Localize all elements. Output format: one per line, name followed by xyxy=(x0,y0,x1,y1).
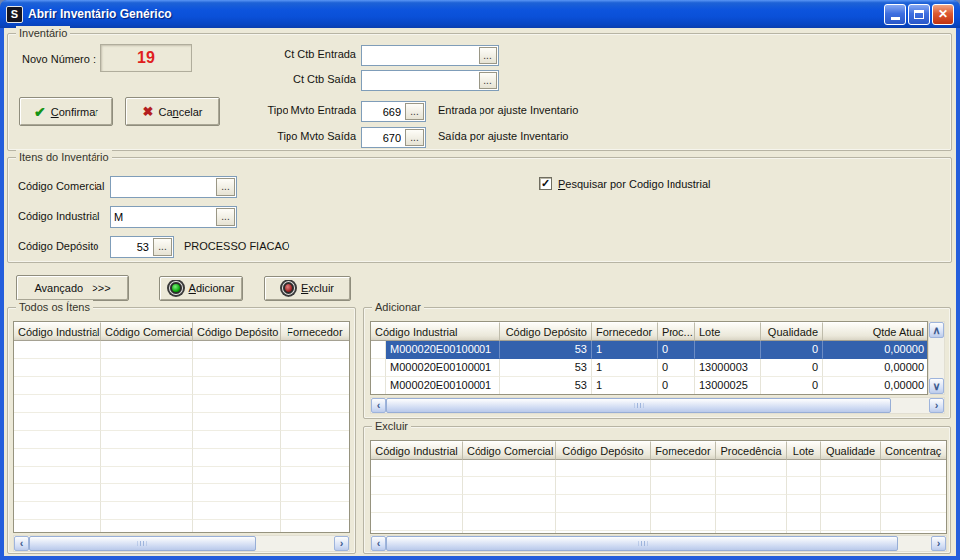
novo-numero-label: Novo Número : xyxy=(22,53,96,65)
table-cell[interactable]: 13000003 xyxy=(695,359,761,377)
codigo-comercial-input[interactable] xyxy=(111,177,215,197)
codigo-industrial-lookup-button[interactable]: ... xyxy=(216,208,235,226)
table-row xyxy=(14,502,349,520)
tipo-mvto-entrada-input[interactable] xyxy=(362,102,404,121)
column-header[interactable]: Concentraç xyxy=(881,441,947,460)
codigo-deposito-input[interactable] xyxy=(111,237,152,257)
check-icon: ✓ xyxy=(541,178,550,189)
codigo-industrial-input[interactable] xyxy=(111,207,215,227)
column-header[interactable]: Código Depósito xyxy=(500,322,592,341)
pesquisar-checkbox[interactable]: ✓ Pesquisar por Codigo Industrial xyxy=(539,177,710,190)
table-cell[interactable]: 13000025 xyxy=(695,377,761,395)
table-cell[interactable]: 53 xyxy=(500,377,592,395)
table-cell xyxy=(651,495,716,513)
column-header[interactable]: Código Industrial xyxy=(371,322,500,341)
scroll-left-arrow[interactable]: ‹ xyxy=(371,536,386,551)
column-header[interactable]: Qualidade xyxy=(821,441,881,460)
adicionar-button[interactable]: Adicionar xyxy=(159,276,243,301)
column-header[interactable]: Qtde Atual xyxy=(823,322,928,341)
scroll-thumb[interactable] xyxy=(386,536,898,551)
table-cell xyxy=(787,477,821,495)
scroll-track xyxy=(256,536,334,551)
table-cell[interactable]: M000020E00100001 xyxy=(386,341,500,359)
codigo-deposito-lookup-button[interactable]: ... xyxy=(153,238,172,256)
table-cell xyxy=(193,502,281,520)
table-row[interactable]: M000020E0010000153101300002500,00000 xyxy=(371,377,927,395)
table-cell xyxy=(101,502,193,520)
table-cell xyxy=(716,477,787,495)
close-button[interactable]: ✕ xyxy=(932,4,954,25)
table-cell xyxy=(14,467,101,484)
title-bar[interactable]: S Abrir Inventário Genérico ✕ xyxy=(0,0,960,28)
column-header[interactable]: Fornecedor xyxy=(592,322,658,341)
table-row[interactable]: M000020E0010000153101300000300,00000 xyxy=(371,359,927,377)
tipo-mvto-saida-lookup-button[interactable]: ... xyxy=(405,129,424,146)
table-cell[interactable]: 0,00000 xyxy=(823,359,928,377)
column-header[interactable]: Código Industrial xyxy=(371,441,463,460)
table-cell[interactable] xyxy=(695,341,761,359)
column-header[interactable]: Lote xyxy=(695,322,761,341)
tipo-mvto-saida-input[interactable] xyxy=(362,128,404,147)
codigo-comercial-lookup-button[interactable]: ... xyxy=(216,178,235,196)
scroll-thumb[interactable] xyxy=(386,398,891,413)
table-cell[interactable]: 0,00000 xyxy=(823,341,928,359)
column-header[interactable]: Código Depósito xyxy=(556,441,651,460)
table-row xyxy=(14,413,349,431)
scroll-down-arrow[interactable]: ∨ xyxy=(929,378,944,394)
column-header[interactable]: Código Comercial xyxy=(101,322,193,341)
scroll-up-arrow[interactable]: ∧ xyxy=(929,322,944,338)
cancelar-button[interactable]: ✖ Cancelar xyxy=(125,97,220,126)
ct-ctb-saida-lookup-button[interactable]: ... xyxy=(479,72,497,89)
ct-ctb-saida-input[interactable] xyxy=(362,71,478,90)
table-cell[interactable]: 0,00000 xyxy=(823,377,928,395)
column-header[interactable]: Qualidade xyxy=(761,322,823,341)
table-cell[interactable]: 0 xyxy=(761,377,823,395)
table-cell xyxy=(101,359,193,377)
avancado-button[interactable]: Avançado >>> xyxy=(16,275,129,301)
close-icon: ✕ xyxy=(938,7,948,21)
table-body xyxy=(371,460,946,534)
table-cell[interactable]: 0 xyxy=(658,359,695,377)
table-row[interactable]: M000020E00100001531000,00000 xyxy=(371,341,927,359)
maximize-button[interactable] xyxy=(908,4,930,25)
minimize-button[interactable] xyxy=(884,4,906,25)
table-cell[interactable]: 0 xyxy=(761,359,823,377)
scroll-right-arrow[interactable]: › xyxy=(931,536,946,551)
table-cell[interactable]: 1 xyxy=(592,377,658,395)
confirmar-button[interactable]: ✔ Confirmar xyxy=(19,97,113,126)
column-header[interactable]: Fornecedor xyxy=(651,441,716,460)
tipo-mvto-entrada-lookup-button[interactable]: ... xyxy=(405,103,424,120)
table-cell[interactable]: M000020E00100001 xyxy=(386,359,500,377)
table-cell[interactable]: 0 xyxy=(761,341,823,359)
adicionar-icon xyxy=(170,282,182,294)
table-row xyxy=(14,341,349,359)
excluir-button[interactable]: Excluir xyxy=(264,276,351,301)
scroll-left-arrow[interactable]: ‹ xyxy=(14,536,29,551)
table-cell[interactable]: 0 xyxy=(658,377,695,395)
table-cell[interactable]: 53 xyxy=(500,341,592,359)
todos-itens-legend: Todos os Ítens xyxy=(16,300,93,314)
checkbox-box[interactable]: ✓ xyxy=(539,177,552,190)
scroll-thumb[interactable] xyxy=(29,536,256,551)
column-header[interactable]: Lote xyxy=(787,441,821,460)
table-cell[interactable]: 1 xyxy=(592,341,658,359)
table-row xyxy=(14,359,349,377)
column-header[interactable]: Procedência xyxy=(716,441,787,460)
scroll-track xyxy=(929,338,944,378)
scroll-right-arrow[interactable]: › xyxy=(334,536,349,551)
column-header[interactable]: Fornecedor xyxy=(281,322,350,341)
novo-numero-display: 19 xyxy=(100,44,192,72)
scroll-right-arrow[interactable]: › xyxy=(929,398,944,413)
table-cell xyxy=(193,449,281,467)
column-header[interactable]: Código Industrial xyxy=(14,322,101,341)
ct-ctb-entrada-input[interactable] xyxy=(362,46,478,65)
column-header[interactable]: Código Depósito xyxy=(193,322,281,341)
table-cell[interactable]: M000020E00100001 xyxy=(386,377,500,395)
column-header[interactable]: Código Comercial xyxy=(463,441,556,460)
ct-ctb-entrada-lookup-button[interactable]: ... xyxy=(479,47,497,64)
scroll-left-arrow[interactable]: ‹ xyxy=(371,398,386,413)
table-cell[interactable]: 1 xyxy=(592,359,658,377)
column-header[interactable]: Proc... xyxy=(658,322,695,341)
table-cell[interactable]: 53 xyxy=(500,359,592,377)
table-cell[interactable]: 0 xyxy=(658,341,695,359)
